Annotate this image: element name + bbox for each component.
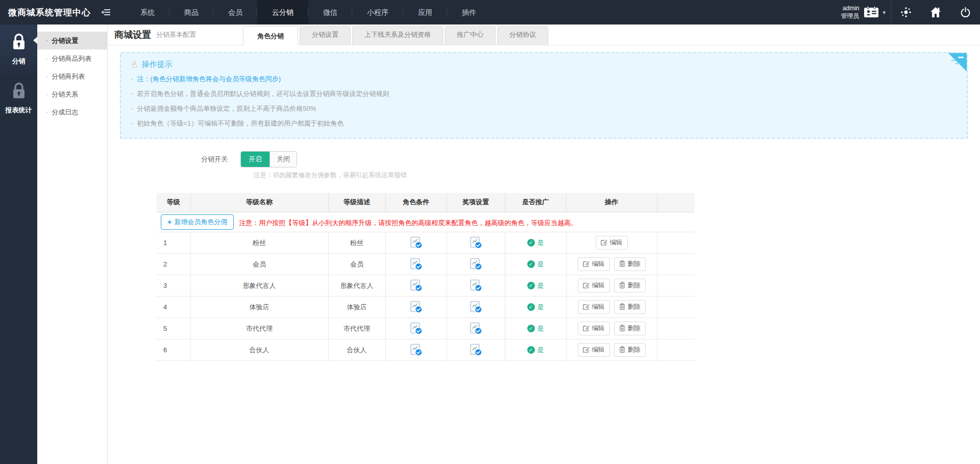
- sidebar-item[interactable]: ·分销商列表: [37, 67, 107, 85]
- trash-icon: [619, 346, 625, 354]
- user-role: 管理员: [841, 12, 859, 20]
- caret-down-icon[interactable]: ▾: [883, 9, 886, 16]
- tab[interactable]: 角色分销: [243, 26, 298, 45]
- role-condition-icon[interactable]: [410, 281, 423, 289]
- module-item[interactable]: 分销: [0, 25, 37, 74]
- top-nav-item[interactable]: 云分销: [257, 0, 308, 25]
- level-desc-cell: 会员: [328, 254, 385, 275]
- active-module-arrow: [33, 37, 37, 44]
- switch-on-button[interactable]: 开启: [241, 152, 270, 167]
- sidebar-item[interactable]: ·分成日志: [37, 103, 107, 121]
- switch-off-button[interactable]: 关闭: [270, 152, 297, 167]
- empty-cell: [657, 232, 695, 254]
- prize-setting-icon[interactable]: [470, 303, 482, 310]
- top-nav-item[interactable]: 系统: [126, 0, 169, 25]
- edit-button[interactable]: 编辑: [578, 322, 610, 335]
- empty-cell: [657, 318, 695, 339]
- role-condition-cell: [385, 318, 447, 339]
- tips-lines: ·注：(角色分销新增角色将会与会员等级角色同步)·若开启角色分销，普通会员启用默…: [131, 74, 957, 129]
- role-condition-icon[interactable]: [410, 346, 423, 353]
- edit-button[interactable]: 编辑: [578, 343, 610, 357]
- check-circle-icon: ✓: [527, 239, 535, 247]
- sidebar-item[interactable]: ·分销设置: [37, 32, 107, 50]
- prize-setting-icon[interactable]: [470, 238, 482, 246]
- table-row: 5市代代理市代代理✓是编辑删除: [157, 318, 695, 339]
- tips-title-row: ☝ 操作提示: [131, 60, 957, 69]
- edit-button-label: 编辑: [610, 238, 623, 247]
- module-item[interactable]: 报表统计: [0, 74, 37, 123]
- table-row: 6合伙人合伙人✓是编辑删除: [157, 339, 695, 361]
- network-icon[interactable]: [891, 0, 921, 25]
- bullet-icon: ·: [46, 55, 48, 62]
- prize-setting-icon[interactable]: [470, 260, 482, 267]
- role-condition-icon[interactable]: [410, 303, 423, 310]
- home-icon[interactable]: [921, 0, 950, 25]
- sidebar-toggle-icon[interactable]: [97, 0, 114, 25]
- edit-icon: [583, 260, 590, 268]
- operations-cell: 编辑删除: [566, 254, 657, 275]
- role-condition-icon[interactable]: [410, 260, 423, 267]
- tip-line-text: 分销返佣金额每个商品单独设定，原则上不高于商品价格50%: [137, 105, 316, 112]
- table-row: 2会员会员✓是编辑删除: [157, 254, 695, 275]
- check-circle-icon: ✓: [527, 282, 535, 289]
- sidebar-item[interactable]: ·分销关系: [37, 85, 107, 103]
- app-logo: 微商城系统管理中心: [0, 7, 97, 18]
- add-role-button[interactable]: +新增会员角色分佣: [161, 214, 234, 230]
- profile-card-icon[interactable]: [864, 6, 879, 18]
- top-nav-item[interactable]: 商品: [169, 0, 213, 25]
- prize-setting-icon[interactable]: [470, 281, 482, 289]
- top-nav-item[interactable]: 应用: [403, 0, 447, 25]
- edit-button[interactable]: 编辑: [578, 279, 610, 292]
- prize-setting-cell: [447, 297, 505, 318]
- lock-icon: [11, 33, 27, 53]
- role-condition-icon[interactable]: [410, 238, 423, 246]
- promote-cell: ✓是: [505, 318, 566, 339]
- delete-button[interactable]: 删除: [614, 343, 646, 357]
- edit-button-label: 编辑: [592, 324, 605, 333]
- empty-cell: [657, 254, 695, 275]
- collapse-corner[interactable]: [948, 53, 967, 71]
- edit-button[interactable]: 编辑: [578, 300, 610, 314]
- tab[interactable]: 分销设置: [300, 26, 351, 45]
- promote-badge: ✓是: [527, 346, 544, 355]
- table-row: 3形象代言人形象代言人✓是编辑删除: [157, 275, 695, 297]
- tab[interactable]: 分销协议: [497, 26, 548, 45]
- check-circle-icon: ✓: [527, 346, 535, 354]
- bullet-icon: ·: [131, 75, 133, 83]
- prize-setting-icon[interactable]: [470, 346, 482, 353]
- page-title: 商城设置: [114, 29, 151, 41]
- top-nav-item[interactable]: 微信: [308, 0, 352, 25]
- delete-button[interactable]: 删除: [614, 322, 646, 335]
- tab[interactable]: 上下线关系及分销资格: [352, 26, 443, 45]
- prize-setting-icon[interactable]: [470, 324, 482, 332]
- level-cell: 1: [157, 232, 190, 254]
- edit-button[interactable]: 编辑: [578, 257, 610, 271]
- delete-button[interactable]: 删除: [614, 279, 646, 292]
- operations-cell: 编辑删除: [566, 318, 657, 339]
- promote-cell: ✓是: [505, 275, 566, 297]
- power-icon[interactable]: [950, 0, 980, 25]
- level-name-cell: 市代代理: [190, 318, 328, 339]
- top-nav-item[interactable]: 插件: [447, 0, 491, 25]
- delete-button[interactable]: 删除: [614, 257, 646, 271]
- tip-line: ·初始角色（等级=1）可编辑不可删除，所有新建的用户都属于初始角色: [131, 118, 957, 129]
- edit-button-label: 编辑: [592, 281, 605, 290]
- role-condition-icon[interactable]: [410, 324, 423, 332]
- level-desc-cell: 形象代言人: [328, 275, 385, 297]
- delete-button[interactable]: 删除: [614, 300, 646, 314]
- top-nav-item[interactable]: 小程序: [352, 0, 403, 25]
- top-nav-item[interactable]: 会员: [213, 0, 257, 25]
- tip-line-text: 初始角色（等级=1）可编辑不可删除，所有新建的用户都属于初始角色: [137, 119, 344, 127]
- table-notice: 注意：用户按照【等级】从小到大的顺序升级，请按照角色的高级程度来配置角色，越高级…: [239, 219, 577, 227]
- level-name-cell: 合伙人: [190, 339, 328, 361]
- bullet-icon: ·: [131, 105, 133, 112]
- promote-badge: ✓是: [527, 238, 544, 248]
- table-row: 1粉丝粉丝✓是编辑: [157, 232, 695, 254]
- level-cell: 5: [157, 318, 190, 339]
- user-name: admin: [841, 5, 859, 12]
- edit-button[interactable]: 编辑: [596, 236, 628, 250]
- page-subtitle: 分销基本配置: [156, 30, 196, 39]
- tab[interactable]: 推广中心: [445, 26, 496, 45]
- sidebar-item[interactable]: ·分销商品列表: [37, 50, 107, 67]
- switch-label: 分销开关: [120, 155, 240, 164]
